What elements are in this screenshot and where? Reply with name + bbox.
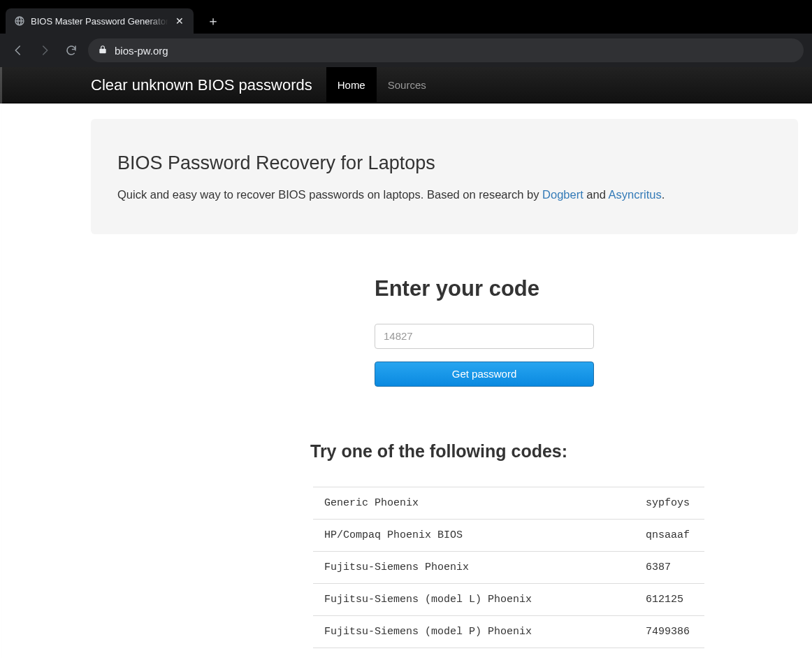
lock-icon xyxy=(98,45,108,57)
lead-text: . xyxy=(662,188,665,201)
vendor-cell: Fujitsu-Siemens (model S) Phoenix xyxy=(313,648,635,658)
site-navbar: Clear unknown BIOS passwords Home Source… xyxy=(0,67,812,103)
table-row: Generic Phoenixsypfoys xyxy=(313,487,704,519)
code-cell: 812129 xyxy=(635,648,704,658)
results-table: Generic PhoenixsypfoysHP/Compaq Phoenix … xyxy=(313,487,704,658)
table-row: Fujitsu-Siemens (model P) Phoenix7499386 xyxy=(313,615,704,648)
reload-button[interactable] xyxy=(61,41,81,60)
back-button[interactable] xyxy=(8,41,28,60)
jumbo-title: BIOS Password Recovery for Laptops xyxy=(117,152,771,174)
enter-code-section: Enter your code Get password xyxy=(375,276,594,387)
results-heading: Try one of the following codes: xyxy=(310,441,801,462)
globe-icon xyxy=(14,15,25,27)
new-tab-button[interactable]: ＋ xyxy=(203,11,223,31)
vendor-cell: Fujitsu-Siemens (model P) Phoenix xyxy=(313,615,635,648)
nav-sources[interactable]: Sources xyxy=(377,67,437,103)
table-row: Fujitsu-Siemens Phoenix6387 xyxy=(313,551,704,583)
code-cell: qnsaaaf xyxy=(635,519,704,551)
forward-button[interactable] xyxy=(35,41,55,60)
jumbo-lead: Quick and easy way to recover BIOS passw… xyxy=(117,187,771,203)
tab-strip: BIOS Master Password Generator ✕ ＋ xyxy=(0,0,812,34)
address-bar[interactable]: bios-pw.org xyxy=(88,38,804,62)
code-input[interactable] xyxy=(375,324,594,349)
close-tab-icon[interactable]: ✕ xyxy=(174,15,185,27)
site-brand[interactable]: Clear unknown BIOS passwords xyxy=(91,67,312,103)
browser-chrome: BIOS Master Password Generator ✕ ＋ bios-… xyxy=(0,0,812,67)
browser-toolbar: bios-pw.org xyxy=(0,34,812,67)
enter-heading: Enter your code xyxy=(375,276,594,301)
get-password-button[interactable]: Get password xyxy=(375,362,594,387)
table-row: Fujitsu-Siemens (model L) Phoenix612125 xyxy=(313,583,704,615)
code-cell: 7499386 xyxy=(635,615,704,648)
lead-text: Quick and easy way to recover BIOS passw… xyxy=(117,188,542,201)
vendor-cell: Fujitsu-Siemens (model L) Phoenix xyxy=(313,583,635,615)
vendor-cell: HP/Compaq Phoenix BIOS xyxy=(313,519,635,551)
results-section: Try one of the following codes: Generic … xyxy=(310,441,801,658)
jumbotron: BIOS Password Recovery for Laptops Quick… xyxy=(91,119,798,234)
code-cell: 6387 xyxy=(635,551,704,583)
vendor-cell: Generic Phoenix xyxy=(313,487,635,519)
nav-home[interactable]: Home xyxy=(326,67,377,103)
link-dogbert[interactable]: Dogbert xyxy=(542,188,583,201)
browser-tab[interactable]: BIOS Master Password Generator ✕ xyxy=(6,8,194,34)
table-row: HP/Compaq Phoenix BIOSqnsaaaf xyxy=(313,519,704,551)
nav-links: Home Sources xyxy=(326,67,437,103)
lead-text: and xyxy=(583,188,609,201)
tab-title: BIOS Master Password Generator xyxy=(31,16,168,27)
vendor-cell: Fujitsu-Siemens Phoenix xyxy=(313,551,635,583)
page-container: BIOS Password Recovery for Laptops Quick… xyxy=(0,119,812,658)
code-cell: 612125 xyxy=(635,583,704,615)
table-row: Fujitsu-Siemens (model S) Phoenix812129 xyxy=(313,648,704,658)
page-viewport: Clear unknown BIOS passwords Home Source… xyxy=(0,67,812,658)
page-edge xyxy=(0,67,2,658)
link-asyncritus[interactable]: Asyncritus xyxy=(609,188,662,201)
code-cell: sypfoys xyxy=(635,487,704,519)
address-bar-text: bios-pw.org xyxy=(115,45,168,57)
